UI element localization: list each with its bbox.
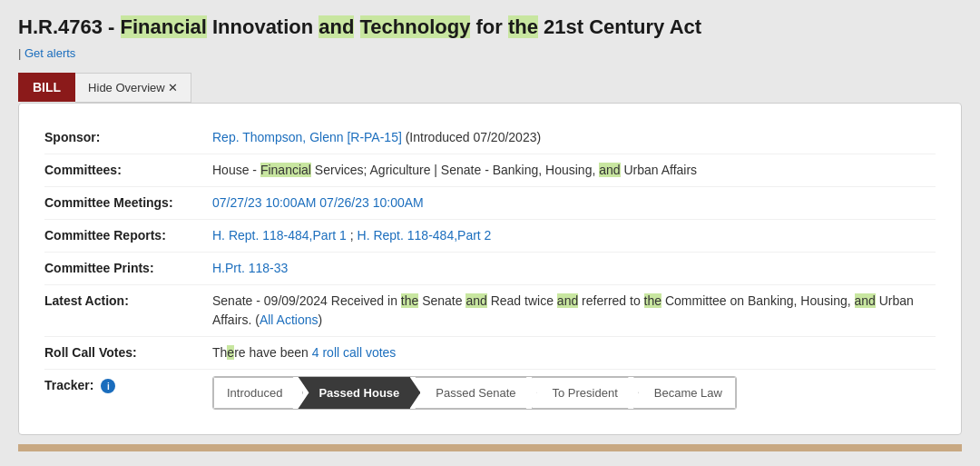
committee-meeting-link-2[interactable]: 07/26/23 10:00AM (319, 195, 423, 210)
latest-and2-highlight: and (557, 293, 578, 308)
sponsor-row: Sponsor: Rep. Thompson, Glenn [R-PA-15] … (44, 122, 936, 154)
committee-meetings-label: Committee Meetings: (44, 193, 212, 213)
latest-action-label: Latest Action: (44, 292, 212, 311)
sponsor-link[interactable]: Rep. Thompson, Glenn [R-PA-15] (212, 130, 402, 144)
latest-and1-highlight: and (466, 293, 486, 308)
tab-hide-overview[interactable]: Hide Overview ✕ (75, 73, 191, 103)
committee-prints-row: Committee Prints: H.Prt. 118-33 (44, 253, 936, 285)
roll-call-value: There have been 4 roll call votes (212, 343, 936, 362)
committees-label: Committees: (44, 161, 212, 180)
latest-the1-highlight: the (401, 293, 418, 308)
committee-reports-row: Committee Reports: H. Rept. 118-484,Part… (44, 220, 936, 253)
committees-financial-highlight: Financial (260, 163, 311, 177)
committee-prints-label: Committee Prints: (44, 259, 212, 278)
title-word-technology: Technology (360, 15, 471, 38)
tracker-step-passed-house: Passed House (298, 377, 420, 410)
tracker-label: Tracker: i (44, 376, 212, 395)
tracker-info-icon[interactable]: i (101, 379, 115, 393)
title-space2 (354, 15, 359, 38)
committees-and-highlight: and (599, 163, 620, 177)
committee-meetings-value: 07/27/23 10:00AM 07/26/23 10:00AM (212, 193, 936, 213)
tracker-steps: IntroducedPassed HousePassed SenateTo Pr… (212, 376, 936, 411)
committees-row: Committees: House - Financial Services; … (44, 154, 936, 187)
overview-card: Sponsor: Rep. Thompson, Glenn [R-PA-15] … (18, 103, 962, 436)
committee-report-link-2[interactable]: H. Rept. 118-484,Part 2 (358, 228, 492, 243)
title-word-and: and (318, 15, 354, 38)
roll-call-label: Roll Call Votes: (44, 343, 212, 362)
committees-value: House - Financial Services; Agriculture … (212, 161, 936, 180)
tracker-step-label: Became Law (654, 384, 722, 402)
title-word-financial: Financial (121, 15, 207, 38)
tracker-step-passed-senate: Passed Senate (415, 377, 536, 410)
bottom-bar (18, 444, 962, 451)
latest-the2-highlight: the (644, 293, 662, 308)
committee-prints-link[interactable]: H.Prt. 118-33 (212, 261, 288, 275)
sponsor-label: Sponsor: (44, 128, 212, 147)
committee-reports-value: H. Rept. 118-484,Part 1 ; H. Rept. 118-4… (212, 226, 936, 245)
sponsor-value: Rep. Thompson, Glenn [R-PA-15] (Introduc… (212, 128, 936, 147)
tracker-step-label: Introduced (227, 384, 282, 402)
committee-meetings-row: Committee Meetings: 07/27/23 10:00AM 07/… (44, 187, 936, 220)
committee-reports-label: Committee Reports: (44, 226, 212, 245)
title-space1: Innovation (207, 15, 318, 38)
latest-action-value: Senate - 09/09/2024 Received in the Sena… (212, 292, 936, 330)
title-space3: for (470, 15, 508, 38)
latest-and3-highlight: and (855, 293, 876, 308)
title-word-the: the (508, 15, 538, 38)
title-space4: 21st Century Act (538, 15, 701, 38)
tracker-steps-container: IntroducedPassed HousePassed SenateTo Pr… (212, 376, 936, 411)
tab-bill[interactable]: BILL (18, 73, 75, 102)
sponsor-note: (Introduced 07/20/2023) (402, 130, 541, 144)
roll-call-votes-link[interactable]: 4 roll call votes (312, 345, 397, 360)
bill-id: H.R.4763 - (18, 15, 121, 38)
tracker-step-introduced: Introduced (213, 377, 303, 410)
all-actions-link[interactable]: All Actions (260, 312, 318, 327)
congress-info: | Get alerts (18, 46, 962, 60)
tracker-step-label: Passed Senate (436, 384, 515, 402)
bill-title: H.R.4763 - Financial Innovation and Tech… (18, 15, 962, 41)
tracker-step-label: To President (553, 384, 618, 402)
tracker-step-to-president: To President (532, 377, 639, 410)
committee-prints-value: H.Prt. 118-33 (212, 259, 936, 278)
latest-action-row: Latest Action: Senate - 09/09/2024 Recei… (44, 285, 936, 337)
roll-call-row: Roll Call Votes: There have been 4 roll … (44, 337, 936, 370)
get-alerts-link[interactable]: Get alerts (24, 46, 75, 60)
tracker-row: Tracker: i IntroducedPassed HousePassed … (44, 370, 936, 417)
tracker-step-label: Passed House (318, 384, 399, 402)
committee-report-link-1[interactable]: H. Rept. 118-484,Part 1 (212, 228, 347, 243)
tracker-step-became-law: Became Law (633, 377, 736, 410)
roll-call-e-highlight: e (227, 345, 234, 360)
tabs-bar: BILL Hide Overview ✕ (18, 73, 962, 103)
committee-meeting-link-1[interactable]: 07/27/23 10:00AM (212, 195, 316, 210)
